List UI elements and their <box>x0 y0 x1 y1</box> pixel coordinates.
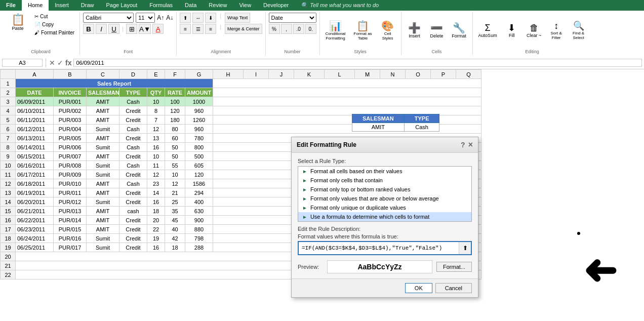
cell-f9[interactable]: 50 <box>165 152 185 161</box>
cell-c10[interactable]: Sumit <box>87 161 119 170</box>
cell-c9[interactable]: AMIT <box>87 152 119 161</box>
decrease-decimal-button[interactable]: 0. <box>305 24 316 34</box>
cell-f18[interactable]: 42 <box>165 234 185 243</box>
dialog-title-bar[interactable]: Edit Formatting Rule ? × <box>292 137 478 153</box>
cell-d5[interactable]: Credit <box>119 115 147 125</box>
col-header-l[interactable]: L <box>325 70 355 79</box>
paste-button[interactable]: 📋 Paste <box>5 13 30 32</box>
rule-type-list[interactable]: ► Format all cells based on their values… <box>298 166 472 222</box>
cell-e16[interactable]: 20 <box>147 216 165 225</box>
col-header-j[interactable]: J <box>269 70 294 79</box>
cell-g18[interactable]: 798 <box>185 234 213 243</box>
col-header-d[interactable]: D <box>119 70 147 79</box>
tab-developer[interactable]: Developer <box>257 0 295 11</box>
cell-f14[interactable]: 25 <box>165 197 185 207</box>
cell-d11[interactable]: Credit <box>119 170 147 179</box>
cell-e13[interactable]: 14 <box>147 188 165 197</box>
cell-f13[interactable]: 21 <box>165 188 185 197</box>
cell-b4[interactable]: PUR/002 <box>54 106 87 115</box>
insert-function-icon[interactable]: fx <box>65 59 71 67</box>
cell-a13[interactable]: 06/19/2011 <box>16 188 54 197</box>
cell-d9[interactable]: Credit <box>119 152 147 161</box>
cell-a18[interactable]: 06/24/2011 <box>16 234 54 243</box>
cell-c7[interactable]: AMIT <box>87 134 119 143</box>
cell-c12[interactable]: AMIT <box>87 179 119 188</box>
header-type[interactable]: TYPE <box>119 88 147 97</box>
cell-a5[interactable]: 06/11/2011 <box>16 115 54 125</box>
cell-b8[interactable]: PUR/006 <box>54 143 87 152</box>
cell-g7[interactable]: 780 <box>185 134 213 143</box>
confirm-formula-icon[interactable]: ✓ <box>57 59 63 67</box>
cell-e6[interactable]: 12 <box>147 125 165 134</box>
cell-d3[interactable]: Cash <box>119 97 147 106</box>
header-amount[interactable]: AMOUNT <box>185 88 213 97</box>
cell-d18[interactable]: Credit <box>119 234 147 243</box>
col-header-k[interactable]: K <box>294 70 325 79</box>
cell-b19[interactable]: PUR/017 <box>54 243 87 252</box>
cell-b18[interactable]: PUR/016 <box>54 234 87 243</box>
cell-e5[interactable]: 7 <box>147 115 165 125</box>
cell-d15[interactable]: cash <box>119 207 147 216</box>
clear-button[interactable]: 🗑 Clear ~ <box>524 22 544 39</box>
cell-e17[interactable]: 22 <box>147 225 165 234</box>
cell-d12[interactable]: Cash <box>119 179 147 188</box>
col-header-f[interactable]: F <box>165 70 185 79</box>
rule-item-3[interactable]: ► Format only values that are above or b… <box>298 194 471 203</box>
col-header-h[interactable]: H <box>213 70 244 79</box>
cell-e8[interactable]: 16 <box>147 143 165 152</box>
cell-d13[interactable]: Credit <box>119 188 147 197</box>
cell-e18[interactable]: 19 <box>147 234 165 243</box>
cell-c17[interactable]: AMIT <box>87 225 119 234</box>
comma-button[interactable]: , <box>281 24 292 34</box>
cell-c13[interactable]: AMIT <box>87 188 119 197</box>
tab-view[interactable]: View <box>233 0 257 11</box>
cell-d8[interactable]: Cash <box>119 143 147 152</box>
cell-f16[interactable]: 45 <box>165 216 185 225</box>
fill-button[interactable]: ⬇ Fill <box>502 22 522 39</box>
header-qty[interactable]: QTY <box>147 88 165 97</box>
underline-button[interactable]: U <box>108 24 119 34</box>
fill-color-button[interactable]: A▼ <box>139 24 151 34</box>
number-format-select[interactable]: Date <box>269 13 316 23</box>
cell-a15[interactable]: 06/21/2011 <box>16 207 54 216</box>
cell-g10[interactable]: 605 <box>185 161 213 170</box>
cell-d7[interactable]: Credit <box>119 134 147 143</box>
cell-e15[interactable]: 18 <box>147 207 165 216</box>
cell-f15[interactable]: 35 <box>165 207 185 216</box>
col-header-c[interactable]: C <box>87 70 119 79</box>
format-button[interactable]: Format... <box>436 262 472 272</box>
insert-cells-button[interactable]: ➕ Insert <box>405 21 425 40</box>
cell-g6[interactable]: 960 <box>185 125 213 134</box>
rule-item-5[interactable]: ► Use a formula to determine which cells… <box>298 212 471 221</box>
cut-button[interactable]: ✂ Cut <box>32 13 76 20</box>
cell-a14[interactable]: 06/20/2011 <box>16 197 54 207</box>
tab-insert[interactable]: Insert <box>49 0 75 11</box>
cell-c3[interactable]: AMIT <box>87 97 119 106</box>
cell-d17[interactable]: Credit <box>119 225 147 234</box>
col-header-e[interactable]: E <box>147 70 165 79</box>
cell-b12[interactable]: PUR/010 <box>54 179 87 188</box>
formula-input[interactable] <box>73 59 642 67</box>
cell-c18[interactable]: Sumit <box>87 234 119 243</box>
cell-f5[interactable]: 180 <box>165 115 185 125</box>
col-header-b[interactable]: B <box>54 70 87 79</box>
format-cells-button[interactable]: 🔧 Format <box>449 21 469 40</box>
dialog-close-button[interactable]: × <box>468 140 473 149</box>
cell-a10[interactable]: 06/16/2011 <box>16 161 54 170</box>
copy-button[interactable]: 📄 Copy <box>32 21 76 28</box>
find-select-button[interactable]: 🔍 Find &Select <box>569 20 589 42</box>
cell-g3[interactable]: 1000 <box>185 97 213 106</box>
cell-styles-button[interactable]: 🎨 CellStyles <box>378 19 398 42</box>
cell-a7[interactable]: 06/13/2011 <box>16 134 54 143</box>
cell-g9[interactable]: 500 <box>185 152 213 161</box>
cell-f11[interactable]: 10 <box>165 170 185 179</box>
font-decrease-icon[interactable]: A↓ <box>166 14 173 21</box>
cell-a6[interactable]: 06/12/2011 <box>16 125 54 134</box>
align-top-button[interactable]: ⬆ <box>180 13 191 23</box>
font-increase-icon[interactable]: A↑ <box>157 14 164 21</box>
cell-f12[interactable]: 12 <box>165 179 185 188</box>
cell-g12[interactable]: 1586 <box>185 179 213 188</box>
cell-g19[interactable]: 288 <box>185 243 213 252</box>
title-cell[interactable]: Sales Report <box>16 79 213 88</box>
cell-e19[interactable]: 16 <box>147 243 165 252</box>
